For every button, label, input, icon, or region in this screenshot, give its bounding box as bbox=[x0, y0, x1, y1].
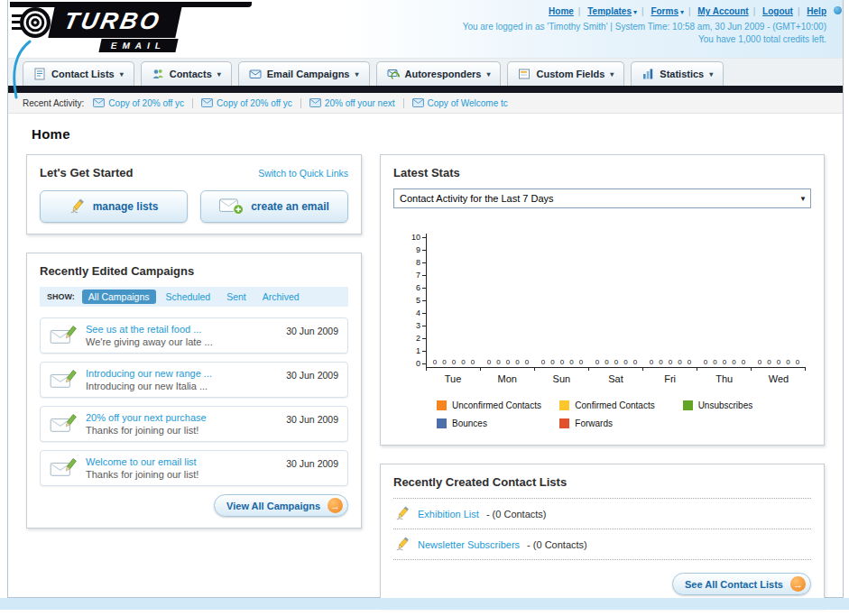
view-all-campaigns-button[interactable]: View All Campaigns → bbox=[214, 494, 348, 517]
campaign-title-link[interactable]: Welcome to our email list bbox=[86, 456, 277, 467]
chart-category-group: 00000 bbox=[481, 234, 535, 367]
x-axis-tick bbox=[752, 368, 806, 371]
chart-value-label: 0 bbox=[614, 358, 618, 366]
recent-activity-item: 20% off your next bbox=[309, 98, 412, 108]
contact-list-row[interactable]: Exhibition List - (0 Contacts) bbox=[393, 499, 811, 529]
arrow-right-icon: → bbox=[790, 576, 806, 592]
top-nav-link[interactable]: Help bbox=[807, 6, 826, 16]
campaign-filters: All Campaigns Scheduled Sent Archived bbox=[82, 290, 306, 304]
campaign-row[interactable]: See us at the retail food ... We're givi… bbox=[40, 317, 348, 354]
select-arrow-icon: ▼ bbox=[796, 189, 810, 207]
recent-activity-link[interactable]: 20% off your next bbox=[325, 98, 395, 108]
chevron-down-icon: ▾ bbox=[355, 70, 358, 78]
chart-value-label: 0 bbox=[506, 358, 510, 366]
x-axis-label: Mon bbox=[480, 373, 534, 384]
campaigns-panel-title: Recently Edited Campaigns bbox=[40, 264, 194, 278]
campaign-date: 30 Jun 2009 bbox=[286, 414, 338, 425]
create-email-label: create an email bbox=[251, 200, 329, 213]
manage-lists-button[interactable]: manage lists bbox=[40, 190, 188, 223]
chart-value-label: 0 bbox=[732, 358, 735, 366]
stats-period-select[interactable]: Contact Activity for the Last 7 Days ▼ bbox=[393, 188, 811, 208]
legend-swatch bbox=[559, 418, 569, 428]
campaign-title-link[interactable]: See us at the retail food ... bbox=[86, 324, 277, 335]
x-axis-label: Sat bbox=[588, 373, 642, 384]
tab-contacts[interactable]: Contacts ▾ bbox=[141, 61, 232, 86]
campaign-subject: Introducing our new Italia ... bbox=[86, 381, 277, 391]
y-axis-tick-label: 3 bbox=[416, 322, 426, 329]
campaign-filter[interactable]: Archived bbox=[256, 290, 306, 304]
campaign-date: 30 Jun 2009 bbox=[286, 458, 338, 469]
chart-value-label: 0 bbox=[723, 358, 726, 366]
legend-label: Forwards bbox=[575, 418, 613, 428]
chart-x-ticks bbox=[426, 368, 806, 371]
campaign-row[interactable]: 20% off your next purchase Thanks for jo… bbox=[40, 406, 348, 442]
top-nav-link[interactable]: Templates bbox=[587, 6, 632, 16]
top-nav-link[interactable]: Logout bbox=[762, 6, 793, 16]
chevron-down-icon: ▾ bbox=[633, 8, 637, 16]
nav-separator: | bbox=[753, 6, 756, 16]
chart-plot: 00000000000000000000000000000000000 bbox=[426, 234, 806, 368]
tab-autoresponders[interactable]: Autoresponders ▾ bbox=[376, 61, 502, 86]
see-all-contact-lists-button[interactable]: See All Contact Lists → bbox=[672, 573, 811, 595]
campaign-filter[interactable]: All Campaigns bbox=[82, 290, 156, 304]
corner-dot-decoration bbox=[834, 6, 842, 14]
chart-value-label: 0 bbox=[786, 358, 789, 366]
chevron-down-icon: ▾ bbox=[680, 8, 684, 16]
tab-label: Custom Fields bbox=[536, 69, 604, 79]
create-email-button[interactable]: create an email bbox=[200, 190, 348, 223]
contact-list-row[interactable]: Newsletter Subscribers - (0 Contacts) bbox=[393, 529, 811, 560]
chart-values: 00000 bbox=[595, 358, 637, 367]
y-axis-tick-label: 7 bbox=[416, 271, 426, 279]
tab-contact-lists[interactable]: Contact Lists ▾ bbox=[23, 61, 134, 86]
campaign-subject: We're giving away our late ... bbox=[86, 336, 277, 347]
chart-value-label: 0 bbox=[452, 358, 456, 366]
recent-activity-item: Copy of 20% off yc bbox=[93, 98, 201, 108]
x-axis-tick bbox=[697, 368, 752, 371]
campaign-filter[interactable]: Sent bbox=[220, 290, 253, 304]
campaign-date: 30 Jun 2009 bbox=[286, 370, 338, 381]
chart-values: 00000 bbox=[487, 358, 529, 367]
campaign-filter[interactable]: Scheduled bbox=[160, 290, 217, 304]
y-axis-tick-label: 5 bbox=[416, 297, 426, 304]
legend-item: Forwards bbox=[559, 418, 682, 428]
chart-value-label: 0 bbox=[569, 358, 573, 366]
x-axis-label: Tue bbox=[426, 373, 480, 384]
top-nav-link[interactable]: Home bbox=[549, 6, 574, 16]
campaign-title-link[interactable]: Introducing our new range ... bbox=[86, 368, 277, 379]
tab-custom-fields[interactable]: Custom Fields ▾ bbox=[507, 61, 624, 86]
recent-activity-items: Copy of 20% off yc Copy of 20% off yc 20… bbox=[93, 98, 507, 108]
chart-value-label: 0 bbox=[471, 358, 475, 366]
campaign-date: 30 Jun 2009 bbox=[286, 326, 338, 336]
mail-icon bbox=[93, 98, 105, 107]
tab-statistics[interactable]: Statistics ▾ bbox=[631, 61, 724, 86]
switch-to-quick-links-link[interactable]: Switch to Quick Links bbox=[258, 168, 348, 179]
mail-icon bbox=[201, 98, 213, 107]
top-nav-link[interactable]: Forms bbox=[651, 6, 678, 16]
recent-activity-link[interactable]: Copy of 20% off yc bbox=[217, 98, 292, 108]
see-all-contact-lists-label: See All Contact Lists bbox=[685, 579, 783, 590]
chart-category-group: 00000 bbox=[643, 234, 697, 367]
tab-email-campaigns[interactable]: Email Campaigns ▾ bbox=[238, 61, 370, 86]
campaign-row[interactable]: Welcome to our email list Thanks for joi… bbox=[40, 450, 348, 486]
chart-value-label: 0 bbox=[669, 358, 672, 366]
chart-value-label: 0 bbox=[742, 358, 745, 366]
tab-label: Email Campaigns bbox=[267, 69, 350, 79]
recent-activity-link[interactable]: Copy of Welcome tc bbox=[428, 98, 508, 108]
contact-list-link[interactable]: Exhibition List bbox=[418, 509, 479, 519]
contact-list-link[interactable]: Newsletter Subscribers bbox=[418, 539, 520, 550]
recent-activity-link[interactable]: Copy of 20% off yc bbox=[108, 98, 184, 108]
x-axis-label: Fri bbox=[643, 373, 697, 384]
top-nav-link[interactable]: My Account bbox=[697, 6, 748, 16]
campaign-title-link[interactable]: 20% off your next purchase bbox=[86, 412, 277, 423]
nav-separator: | bbox=[798, 6, 800, 16]
campaign-edit-icon bbox=[50, 457, 77, 479]
recent-activity-item: Copy of 20% off yc bbox=[201, 98, 309, 108]
legend-item: Confirmed Contacts bbox=[559, 400, 682, 410]
stats-period-value: Contact Activity for the Last 7 Days bbox=[400, 193, 554, 204]
campaign-row[interactable]: Introducing our new range ... Introducin… bbox=[40, 362, 348, 398]
legend-label: Bounces bbox=[452, 418, 487, 428]
x-axis-tick bbox=[426, 368, 481, 371]
chart-value-label: 0 bbox=[442, 358, 446, 366]
chart-value-label: 0 bbox=[713, 358, 716, 366]
recent-contact-lists-panel: Recently Created Contact Lists Exhibitio… bbox=[380, 464, 825, 607]
